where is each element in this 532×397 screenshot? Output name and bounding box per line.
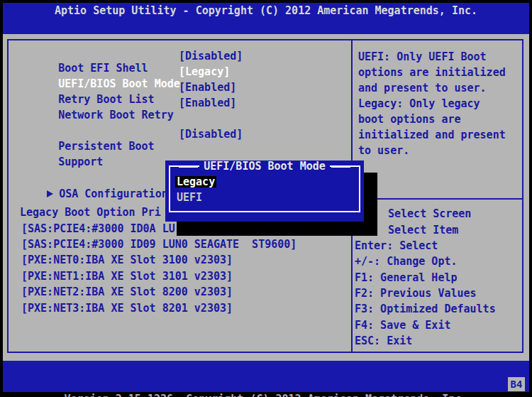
setting-row-uefi-bios-boot-mode[interactable]: UEFI/BIOS Boot Mode [Legacy]: [20, 66, 332, 78]
popup-title: UEFI/BIOS Boot Mode: [199, 161, 330, 172]
key-help-f1: F1: General Help: [355, 272, 458, 284]
setting-value: [Enabled]: [179, 97, 236, 109]
help-text-line: options are initialized: [358, 67, 506, 79]
submenu-item-osa-configuration[interactable]: OSA Configuration: [9, 176, 168, 188]
window-title: Aptio Setup Utility - Copyright (C) 2012…: [3, 3, 529, 18]
help-text-line: UEFI: Only UEFI Boot: [358, 51, 487, 63]
bios-setup-screen: Aptio Setup Utility - Copyright (C) 2012…: [0, 0, 532, 397]
help-text-line: Legacy: Only legacy: [358, 98, 480, 110]
popup-title-dash-left: [179, 165, 198, 168]
key-help-esc: ESC: Exit: [355, 335, 412, 347]
setting-row-persistent-boot-cont: Support: [20, 144, 332, 156]
key-help-select-screen: Select Screen: [388, 208, 471, 220]
footer-version: Version 2.15.1236. Copyright (C) 2012 Am…: [3, 386, 529, 397]
key-help-change-opt: +/-: Change Opt.: [355, 256, 458, 268]
setting-value: [Disabled]: [179, 50, 243, 62]
help-text-line: boot options are: [358, 114, 461, 126]
help-text-line: to user.: [358, 145, 409, 157]
help-text-line: and present to user.: [358, 82, 487, 94]
key-help-f4: F4: Save & Exit: [355, 320, 450, 332]
popup-option-uefi[interactable]: UEFI: [177, 192, 202, 203]
key-help-f3: F3: Optimized Defaults: [355, 303, 496, 315]
popup-title-dash-right: [331, 165, 350, 168]
setting-label: Network Boot Retry: [58, 109, 174, 121]
submenu-arrow-icon: [47, 190, 53, 197]
submenu-label: OSA Configuration: [59, 187, 168, 200]
setting-value: [Disabled]: [179, 129, 243, 141]
setting-label: Support: [58, 156, 103, 168]
setting-row-retry-boot-list[interactable]: Retry Boot List [Enabled]: [20, 82, 332, 94]
menu-bar: Main Advanced IO Boot Exit: [3, 18, 529, 34]
boot-mode-popup: UEFI/BIOS Boot Mode Legacy UEFI: [165, 161, 364, 222]
key-help-select-item: Select Item: [388, 224, 458, 236]
key-help-enter: Enter: Select: [355, 240, 438, 252]
setting-row-network-boot-retry[interactable]: Network Boot Retry [Enabled]: [20, 97, 332, 109]
boot-list-entry[interactable]: [PXE:NET0:IBA XE Slot 3100 v2303]: [21, 254, 233, 266]
setting-value: [Legacy]: [179, 66, 230, 78]
boot-list-entry[interactable]: [PXE:NET3:IBA XE Slot 8201 v2303]: [21, 303, 233, 315]
popup-title-row: UEFI/BIOS Boot Mode: [165, 161, 364, 172]
setting-row-persistent-boot[interactable]: Persistent Boot [Disabled]: [20, 129, 332, 141]
key-help-f2: F2: Previous Values: [355, 288, 477, 300]
footer-bar: Version 2.15.1236. Copyright (C) 2012 Am…: [3, 361, 529, 392]
status-badge: B4: [508, 377, 525, 391]
popup-option-legacy[interactable]: Legacy: [175, 176, 216, 187]
setting-value: [Enabled]: [179, 82, 236, 94]
setting-row-boot-efi-shell[interactable]: Boot EFI Shell [Disabled]: [20, 50, 332, 62]
help-text-line: initialized and present: [358, 129, 506, 141]
boot-list-entry[interactable]: [SAS:PCIE4:#3000 ID0A LU: [21, 223, 175, 235]
boot-list-entry[interactable]: [SAS:PCIE4:#3000 ID09 LUN0 SEAGATE ST960…: [21, 239, 297, 251]
legacy-boot-option-header: Legacy Boot Option Pri: [20, 207, 161, 219]
boot-list-entry[interactable]: [PXE:NET2:IBA XE Slot 8200 v2303]: [21, 286, 233, 298]
boot-list-entry[interactable]: [PXE:NET1:IBA XE Slot 3101 v2303]: [21, 271, 233, 283]
